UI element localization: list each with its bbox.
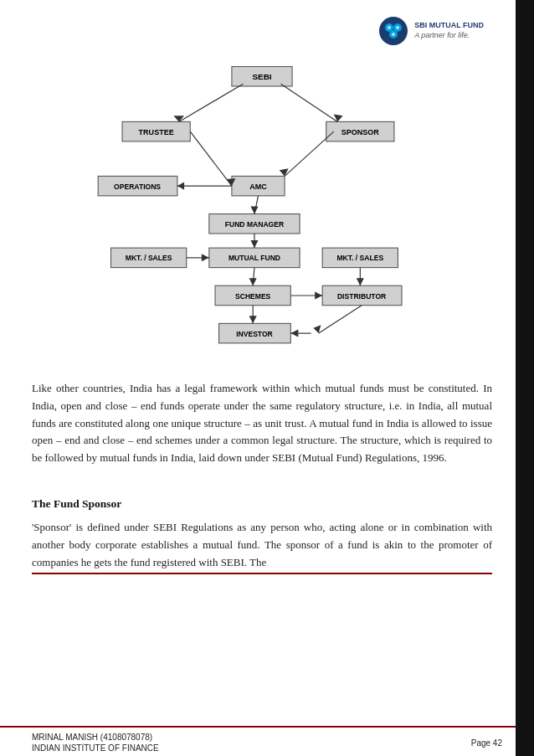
author-name: MRINAL MANISH (4108078078): [32, 733, 159, 742]
logo-line2: A partner for life.: [414, 31, 484, 41]
svg-text:SCHEMES: SCHEMES: [235, 292, 271, 301]
logo-line1: SBI MUTUAL FUND: [414, 21, 484, 31]
svg-line-37: [285, 131, 334, 176]
logo-box: SBI MUTUAL FUND A partner for life.: [377, 15, 484, 47]
svg-text:DISTRIBUTOR: DISTRIBUTOR: [337, 292, 387, 301]
svg-marker-38: [280, 168, 289, 176]
footer-info: MRINAL MANISH (4108078078) INDIAN INSTIT…: [32, 733, 502, 753]
diagram-container: SEBI TRUSTEE SPONSOR OPERATIONS AMC FUND…: [32, 55, 492, 365]
svg-text:MKT. / SALES: MKT. / SALES: [336, 254, 383, 262]
svg-line-31: [179, 84, 244, 121]
svg-marker-44: [250, 240, 258, 248]
page: SBI MUTUAL FUND A partner for life. SEBI…: [0, 0, 534, 756]
svg-marker-46: [202, 254, 209, 261]
svg-text:MKT. / SALES: MKT. / SALES: [126, 254, 172, 262]
svg-line-49: [319, 306, 362, 333]
svg-point-6: [392, 33, 395, 36]
svg-text:FUND MANAGER: FUND MANAGER: [225, 220, 285, 229]
svg-marker-52: [249, 316, 257, 323]
footer-left: MRINAL MANISH (4108078078) INDIAN INSTIT…: [32, 733, 159, 753]
svg-marker-48: [249, 278, 257, 285]
institute-name: INDIAN INSTITUTE OF FINANCE: [32, 743, 159, 753]
svg-marker-32: [173, 116, 184, 121]
page-number: Page 42: [471, 738, 502, 748]
svg-line-35: [190, 131, 232, 186]
content-area: SBI MUTUAL FUND A partner for life. SEBI…: [0, 0, 534, 726]
sbi-logo-icon: [377, 15, 409, 47]
logo-text: SBI MUTUAL FUND A partner for life.: [414, 21, 484, 40]
svg-marker-54: [357, 278, 364, 285]
section-heading: The Fund Sponsor: [32, 497, 492, 511]
svg-text:SPONSOR: SPONSOR: [341, 128, 380, 136]
body-text: Like other countries, India has a legal …: [32, 380, 492, 467]
svg-marker-42: [250, 206, 258, 213]
header: SBI MUTUAL FUND A partner for life.: [32, 15, 492, 47]
svg-text:AMC: AMC: [249, 183, 267, 191]
svg-marker-40: [177, 183, 184, 190]
svg-point-4: [388, 26, 391, 29]
svg-text:OPERATIONS: OPERATIONS: [114, 183, 161, 191]
black-bar: [516, 0, 534, 756]
svg-text:INVESTOR: INVESTOR: [236, 330, 273, 338]
svg-text:SEBI: SEBI: [252, 72, 271, 81]
svg-point-5: [396, 26, 399, 29]
svg-text:TRUSTEE: TRUSTEE: [139, 128, 174, 136]
diagram-svg: SEBI TRUSTEE SPONSOR OPERATIONS AMC FUND…: [61, 55, 463, 365]
sponsor-text: 'Sponsor' is defined under SEBI Regulati…: [32, 519, 492, 571]
svg-marker-58: [290, 330, 298, 337]
svg-marker-56: [315, 291, 322, 299]
svg-text:MUTUAL FUND: MUTUAL FUND: [228, 254, 280, 262]
svg-line-33: [281, 84, 338, 121]
footer: MRINAL MANISH (4108078078) INDIAN INSTIT…: [0, 726, 534, 756]
